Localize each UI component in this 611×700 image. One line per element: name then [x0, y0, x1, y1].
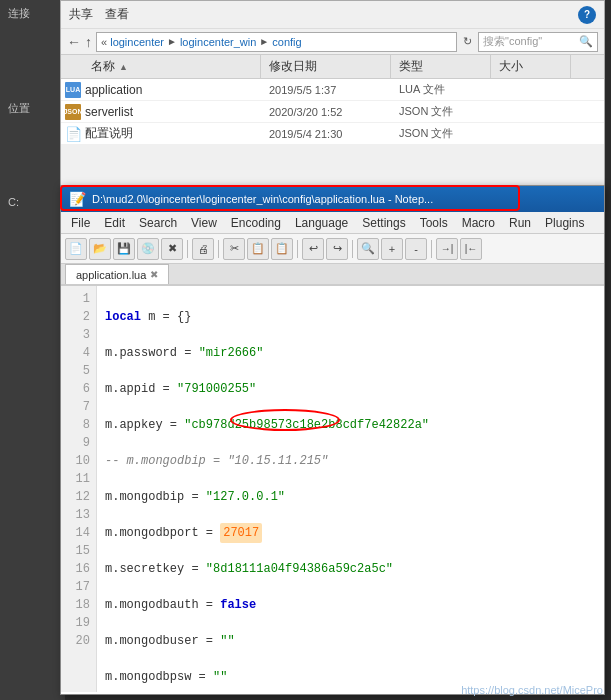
- line-numbers: 12345 678910 1112131415 1617181920: [61, 286, 97, 692]
- zoom-in-button[interactable]: +: [381, 238, 403, 260]
- code-line-5: -- m.mongodbip = "10.15.11.215": [105, 452, 596, 470]
- menu-plugins[interactable]: Plugins: [539, 214, 590, 232]
- toolbar-sep5: [431, 240, 432, 258]
- menu-edit[interactable]: Edit: [98, 214, 131, 232]
- undo-button[interactable]: ↩: [302, 238, 324, 260]
- code-line-7: m.mongodbport = 27017: [105, 524, 596, 542]
- file-name-cell: LUA application: [61, 82, 261, 98]
- code-line-4: m.appkey = "cb978d25b98573c18e2b8cdf7e42…: [105, 416, 596, 434]
- code-line-10: m.mongodbuser = "": [105, 632, 596, 650]
- breadcrumb-arrow2: ►: [256, 36, 272, 47]
- col-name-header[interactable]: 名称 ▲: [61, 55, 261, 78]
- file-modified: 2020/3/20 1:52: [261, 106, 391, 118]
- code-area: 12345 678910 1112131415 1617181920 local…: [61, 286, 604, 692]
- paste-button[interactable]: 📋: [271, 238, 293, 260]
- file-name-cell: JSON serverlist: [61, 104, 261, 120]
- toolbar-sep3: [297, 240, 298, 258]
- refresh-button[interactable]: ↻: [461, 35, 474, 48]
- file-name-cell: 📄 配置说明: [61, 125, 261, 142]
- toolbar-sep2: [218, 240, 219, 258]
- code-line-9: m.mongodbauth = false: [105, 596, 596, 614]
- notepad-icon: 📝: [69, 191, 86, 207]
- menu-tools[interactable]: Tools: [414, 214, 454, 232]
- cut-button[interactable]: ✂: [223, 238, 245, 260]
- save-all-button[interactable]: 💿: [137, 238, 159, 260]
- tab-label: application.lua: [76, 269, 146, 281]
- code-line-8: m.secretkey = "8d18111a04f94386a59c2a5c": [105, 560, 596, 578]
- column-headers: 名称 ▲ 修改日期 类型 大小: [61, 55, 604, 79]
- code-line-1: local m = {}: [105, 308, 596, 326]
- table-row[interactable]: LUA application 2019/5/5 1:37 LUA 文件: [61, 79, 604, 101]
- back-icon[interactable]: ←: [67, 34, 81, 50]
- search-icon: 🔍: [579, 35, 593, 48]
- breadcrumb-arrow1: ►: [164, 36, 180, 47]
- tab-bar: application.lua ✖: [61, 264, 604, 286]
- table-row[interactable]: 📄 配置说明 2019/5/4 21:30 JSON 文件: [61, 123, 604, 145]
- unindent-button[interactable]: |←: [460, 238, 482, 260]
- active-tab[interactable]: application.lua ✖: [65, 264, 169, 284]
- breadcrumb-logincenter[interactable]: logincenter: [110, 36, 164, 48]
- file-name: application: [85, 83, 142, 97]
- file-name: 配置说明: [85, 125, 133, 142]
- watermark: https://blog.csdn.net/MicePro: [461, 684, 603, 696]
- menu-file[interactable]: File: [65, 214, 96, 232]
- col-size-header[interactable]: 大小: [491, 55, 571, 78]
- up-icon[interactable]: ↑: [85, 34, 92, 50]
- menu-run[interactable]: Run: [503, 214, 537, 232]
- address-content[interactable]: « logincenter ► logincenter_win ► config: [96, 32, 457, 52]
- menu-encoding[interactable]: Encoding: [225, 214, 287, 232]
- save-button[interactable]: 💾: [113, 238, 135, 260]
- notepad-toolbar: 📄 📂 💾 💿 ✖ 🖨 ✂ 📋 📋 ↩ ↪ 🔍 + - →| |←: [61, 234, 604, 264]
- file-modified: 2019/5/4 21:30: [261, 128, 391, 140]
- menu-macro[interactable]: Macro: [456, 214, 501, 232]
- file-name: serverlist: [85, 105, 133, 119]
- search-placeholder: 搜索"config": [483, 34, 542, 49]
- menu-language[interactable]: Language: [289, 214, 354, 232]
- address-bar: ← ↑ « logincenter ► logincenter_win ► co…: [61, 29, 604, 55]
- view-menu-item[interactable]: 查看: [105, 6, 129, 23]
- generic-file-icon: 📄: [65, 126, 81, 142]
- menu-view[interactable]: View: [185, 214, 223, 232]
- code-content[interactable]: local m = {} m.password = "mir2666" m.ap…: [97, 286, 604, 692]
- tab-close-icon[interactable]: ✖: [150, 269, 158, 280]
- code-line-2: m.password = "mir2666": [105, 344, 596, 362]
- file-type: LUA 文件: [391, 82, 491, 97]
- left-panel-drive-label: C:: [0, 116, 65, 208]
- notepad-titlebar: 📝 D:\mud2.0\logincenter\logincenter_win\…: [61, 186, 604, 212]
- close-button[interactable]: ✖: [161, 238, 183, 260]
- zoom-out-button[interactable]: -: [405, 238, 427, 260]
- help-icon[interactable]: ?: [578, 6, 596, 24]
- indent-button[interactable]: →|: [436, 238, 458, 260]
- toolbar-sep1: [187, 240, 188, 258]
- notepad-menu: File Edit Search View Encoding Language …: [61, 212, 604, 234]
- search-box[interactable]: 搜索"config" 🔍: [478, 32, 598, 52]
- redo-button[interactable]: ↪: [326, 238, 348, 260]
- left-panel: 连接 位置 C:: [0, 0, 65, 700]
- find-button[interactable]: 🔍: [357, 238, 379, 260]
- file-modified: 2019/5/5 1:37: [261, 84, 391, 96]
- menu-settings[interactable]: Settings: [356, 214, 411, 232]
- json-file-icon: JSON: [65, 104, 81, 120]
- toolbar-sep4: [352, 240, 353, 258]
- code-line-6: m.mongodbip = "127.0.0.1": [105, 488, 596, 506]
- left-panel-connection-label: 连接: [0, 0, 65, 21]
- col-type-header[interactable]: 类型: [391, 55, 491, 78]
- breadcrumb-logincenter-win[interactable]: logincenter_win: [180, 36, 256, 48]
- copy-button[interactable]: 📋: [247, 238, 269, 260]
- left-panel-location-label: 位置: [0, 21, 65, 116]
- file-list: LUA application 2019/5/5 1:37 LUA 文件 JSO…: [61, 79, 604, 145]
- new-button[interactable]: 📄: [65, 238, 87, 260]
- explorer-toolbar: 共享 查看 ?: [61, 1, 604, 29]
- notepad-window: 📝 D:\mud2.0\logincenter\logincenter_win\…: [60, 185, 605, 695]
- open-button[interactable]: 📂: [89, 238, 111, 260]
- notepad-title: D:\mud2.0\logincenter\logincenter_win\co…: [92, 193, 433, 205]
- col-modified-header[interactable]: 修改日期: [261, 55, 391, 78]
- share-menu-item[interactable]: 共享: [69, 6, 93, 23]
- code-line-3: m.appid = "791000255": [105, 380, 596, 398]
- table-row[interactable]: JSON serverlist 2020/3/20 1:52 JSON 文件: [61, 101, 604, 123]
- file-type: JSON 文件: [391, 126, 491, 141]
- breadcrumb-config[interactable]: config: [272, 36, 301, 48]
- file-type: JSON 文件: [391, 104, 491, 119]
- print-button[interactable]: 🖨: [192, 238, 214, 260]
- menu-search[interactable]: Search: [133, 214, 183, 232]
